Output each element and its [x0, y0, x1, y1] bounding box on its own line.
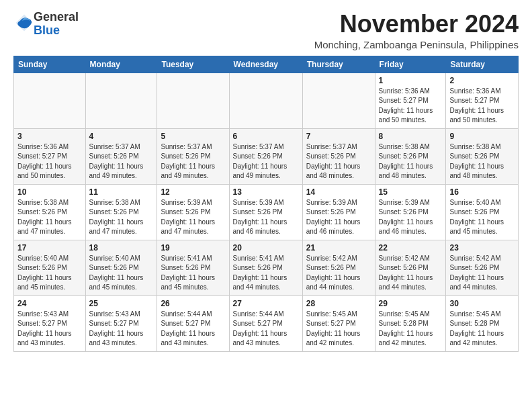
header-sunday: Sunday — [14, 56, 86, 73]
day-info: Sunrise: 5:43 AM Sunset: 5:27 PM Dayligh… — [89, 310, 154, 349]
day-info: Sunrise: 5:41 AM Sunset: 5:26 PM Dayligh… — [233, 254, 299, 293]
day-number: 21 — [306, 243, 371, 253]
table-row: 29Sunrise: 5:45 AM Sunset: 5:28 PM Dayli… — [375, 295, 446, 351]
day-number: 7 — [306, 132, 371, 141]
day-info: Sunrise: 5:37 AM Sunset: 5:26 PM Dayligh… — [89, 142, 154, 181]
day-number: 19 — [161, 243, 225, 253]
table-row: 26Sunrise: 5:44 AM Sunset: 5:27 PM Dayli… — [157, 295, 229, 351]
day-number: 9 — [449, 132, 515, 141]
day-number: 16 — [449, 187, 515, 197]
calendar-body: 1Sunrise: 5:36 AM Sunset: 5:27 PM Daylig… — [14, 73, 519, 351]
day-info: Sunrise: 5:39 AM Sunset: 5:26 PM Dayligh… — [379, 198, 443, 237]
day-info: Sunrise: 5:36 AM Sunset: 5:27 PM Dayligh… — [17, 142, 82, 181]
day-number: 29 — [379, 299, 443, 308]
header-thursday: Thursday — [302, 56, 375, 73]
table-row: 7Sunrise: 5:37 AM Sunset: 5:26 PM Daylig… — [302, 128, 375, 184]
table-row: 20Sunrise: 5:41 AM Sunset: 5:26 PM Dayli… — [229, 240, 302, 295]
day-number: 30 — [449, 299, 515, 308]
day-number: 11 — [89, 187, 154, 197]
day-number: 5 — [161, 132, 225, 141]
day-info: Sunrise: 5:38 AM Sunset: 5:26 PM Dayligh… — [449, 142, 515, 181]
table-row: 15Sunrise: 5:39 AM Sunset: 5:26 PM Dayli… — [375, 184, 446, 240]
table-row — [157, 73, 229, 128]
table-row: 18Sunrise: 5:40 AM Sunset: 5:26 PM Dayli… — [85, 240, 157, 295]
day-info: Sunrise: 5:39 AM Sunset: 5:26 PM Dayligh… — [161, 198, 225, 237]
header-tuesday: Tuesday — [157, 56, 229, 73]
day-number: 23 — [449, 243, 515, 253]
day-number: 12 — [161, 187, 225, 197]
logo-icon — [15, 13, 34, 32]
day-info: Sunrise: 5:45 AM Sunset: 5:27 PM Dayligh… — [306, 310, 371, 349]
header-wednesday: Wednesday — [229, 56, 302, 73]
day-info: Sunrise: 5:42 AM Sunset: 5:26 PM Dayligh… — [306, 254, 371, 293]
day-info: Sunrise: 5:44 AM Sunset: 5:27 PM Dayligh… — [233, 310, 299, 349]
table-row: 12Sunrise: 5:39 AM Sunset: 5:26 PM Dayli… — [157, 184, 229, 240]
day-number: 26 — [161, 299, 225, 308]
table-row: 3Sunrise: 5:36 AM Sunset: 5:27 PM Daylig… — [14, 128, 86, 184]
table-row: 14Sunrise: 5:39 AM Sunset: 5:26 PM Dayli… — [302, 184, 375, 240]
header: GeneralBlue November 2024 Monching, Zamb… — [13, 11, 519, 50]
day-number: 18 — [89, 243, 154, 253]
calendar-week-row: 17Sunrise: 5:40 AM Sunset: 5:26 PM Dayli… — [14, 240, 519, 295]
title-section: November 2024 Monching, Zamboanga Penins… — [314, 11, 519, 50]
day-info: Sunrise: 5:39 AM Sunset: 5:26 PM Dayligh… — [233, 198, 299, 237]
day-info: Sunrise: 5:43 AM Sunset: 5:27 PM Dayligh… — [17, 310, 82, 349]
day-number: 1 — [379, 76, 443, 85]
table-row — [302, 73, 375, 128]
table-row: 27Sunrise: 5:44 AM Sunset: 5:27 PM Dayli… — [229, 295, 302, 351]
day-number: 4 — [89, 132, 154, 141]
day-number: 22 — [379, 243, 443, 253]
day-number: 17 — [17, 243, 82, 253]
calendar-week-row: 24Sunrise: 5:43 AM Sunset: 5:27 PM Dayli… — [14, 295, 519, 351]
day-info: Sunrise: 5:40 AM Sunset: 5:26 PM Dayligh… — [449, 198, 515, 237]
logo-text: GeneralBlue — [34, 11, 79, 38]
table-row — [14, 73, 86, 128]
table-row: 25Sunrise: 5:43 AM Sunset: 5:27 PM Dayli… — [85, 295, 157, 351]
table-row: 8Sunrise: 5:38 AM Sunset: 5:26 PM Daylig… — [375, 128, 446, 184]
table-row: 1Sunrise: 5:36 AM Sunset: 5:27 PM Daylig… — [375, 73, 446, 128]
day-info: Sunrise: 5:38 AM Sunset: 5:26 PM Dayligh… — [379, 142, 443, 181]
table-row: 24Sunrise: 5:43 AM Sunset: 5:27 PM Dayli… — [14, 295, 86, 351]
table-row: 21Sunrise: 5:42 AM Sunset: 5:26 PM Dayli… — [302, 240, 375, 295]
day-number: 3 — [17, 132, 82, 141]
calendar-week-row: 10Sunrise: 5:38 AM Sunset: 5:26 PM Dayli… — [14, 184, 519, 240]
day-info: Sunrise: 5:42 AM Sunset: 5:26 PM Dayligh… — [449, 254, 515, 293]
day-number: 24 — [17, 299, 82, 308]
day-number: 13 — [233, 187, 299, 197]
day-info: Sunrise: 5:45 AM Sunset: 5:28 PM Dayligh… — [379, 310, 443, 349]
table-row: 23Sunrise: 5:42 AM Sunset: 5:26 PM Dayli… — [446, 240, 519, 295]
day-info: Sunrise: 5:36 AM Sunset: 5:27 PM Dayligh… — [449, 87, 515, 126]
day-number: 10 — [17, 187, 82, 197]
table-row: 22Sunrise: 5:42 AM Sunset: 5:26 PM Dayli… — [375, 240, 446, 295]
logo-blue: Blue — [34, 24, 60, 37]
table-row — [85, 73, 157, 128]
table-row: 11Sunrise: 5:38 AM Sunset: 5:26 PM Dayli… — [85, 184, 157, 240]
table-row — [229, 73, 302, 128]
table-row: 9Sunrise: 5:38 AM Sunset: 5:26 PM Daylig… — [446, 128, 519, 184]
day-number: 2 — [449, 76, 515, 85]
table-row: 2Sunrise: 5:36 AM Sunset: 5:27 PM Daylig… — [446, 73, 519, 128]
header-monday: Monday — [85, 56, 157, 73]
day-info: Sunrise: 5:40 AM Sunset: 5:26 PM Dayligh… — [89, 254, 154, 293]
day-number: 27 — [233, 299, 299, 308]
day-info: Sunrise: 5:38 AM Sunset: 5:26 PM Dayligh… — [17, 198, 82, 237]
day-number: 20 — [233, 243, 299, 253]
subtitle: Monching, Zamboanga Peninsula, Philippin… — [314, 39, 519, 50]
table-row: 30Sunrise: 5:45 AM Sunset: 5:28 PM Dayli… — [446, 295, 519, 351]
table-row: 10Sunrise: 5:38 AM Sunset: 5:26 PM Dayli… — [14, 184, 86, 240]
table-row: 13Sunrise: 5:39 AM Sunset: 5:26 PM Dayli… — [229, 184, 302, 240]
calendar-header: Sunday Monday Tuesday Wednesday Thursday… — [14, 56, 519, 73]
day-info: Sunrise: 5:37 AM Sunset: 5:26 PM Dayligh… — [306, 142, 371, 181]
day-info: Sunrise: 5:38 AM Sunset: 5:26 PM Dayligh… — [89, 198, 154, 237]
day-info: Sunrise: 5:42 AM Sunset: 5:26 PM Dayligh… — [379, 254, 443, 293]
calendar-table: Sunday Monday Tuesday Wednesday Thursday… — [13, 56, 519, 352]
day-number: 25 — [89, 299, 154, 308]
day-info: Sunrise: 5:37 AM Sunset: 5:26 PM Dayligh… — [233, 142, 299, 181]
table-row: 16Sunrise: 5:40 AM Sunset: 5:26 PM Dayli… — [446, 184, 519, 240]
page: GeneralBlue November 2024 Monching, Zamb… — [0, 0, 532, 359]
calendar-week-row: 1Sunrise: 5:36 AM Sunset: 5:27 PM Daylig… — [14, 73, 519, 128]
table-row: 17Sunrise: 5:40 AM Sunset: 5:26 PM Dayli… — [14, 240, 86, 295]
day-info: Sunrise: 5:36 AM Sunset: 5:27 PM Dayligh… — [379, 87, 443, 126]
calendar-week-row: 3Sunrise: 5:36 AM Sunset: 5:27 PM Daylig… — [14, 128, 519, 184]
day-info: Sunrise: 5:40 AM Sunset: 5:26 PM Dayligh… — [17, 254, 82, 293]
